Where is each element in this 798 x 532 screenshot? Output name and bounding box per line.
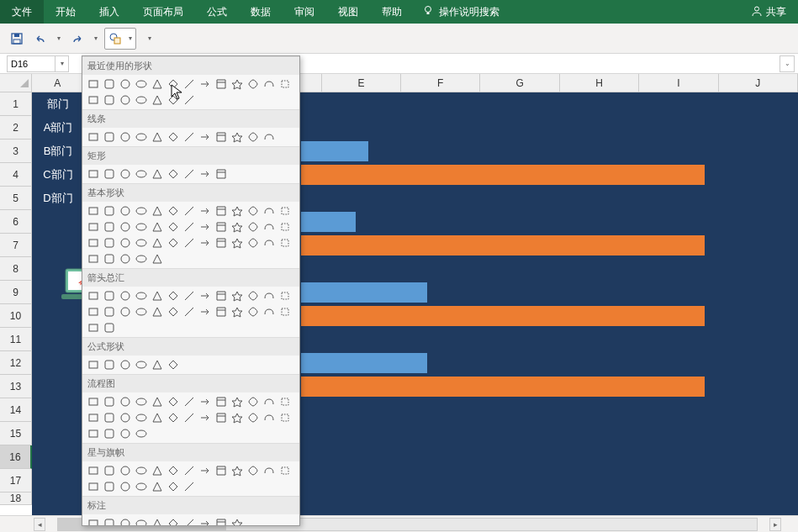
- shape-option[interactable]: [86, 203, 101, 219]
- shape-option[interactable]: [198, 129, 213, 145]
- row-header-17[interactable]: 17: [0, 469, 32, 492]
- row-header-14[interactable]: 14: [0, 398, 32, 422]
- shape-option[interactable]: [214, 129, 229, 145]
- share-button[interactable]: 共享: [739, 5, 798, 19]
- select-all-corner[interactable]: [0, 74, 32, 92]
- shape-option[interactable]: [182, 479, 197, 494]
- shape-option[interactable]: [230, 304, 245, 319]
- col-header-f[interactable]: F: [401, 74, 480, 92]
- shape-option[interactable]: [166, 516, 181, 526]
- row-header-9[interactable]: 9: [0, 281, 32, 304]
- shape-option[interactable]: [134, 516, 149, 526]
- shape-option[interactable]: [134, 203, 149, 219]
- shape-option[interactable]: [102, 479, 117, 494]
- shape-option[interactable]: [102, 129, 117, 145]
- tab-home[interactable]: 开始: [44, 0, 87, 24]
- shape-option[interactable]: [246, 410, 261, 425]
- shape-option[interactable]: [246, 394, 261, 409]
- shape-option[interactable]: [198, 76, 213, 92]
- shape-option[interactable]: [246, 219, 261, 234]
- tab-insert[interactable]: 插入: [87, 0, 131, 24]
- shape-option[interactable]: [86, 288, 101, 303]
- row-header-18[interactable]: 18: [0, 492, 32, 505]
- shape-option[interactable]: [166, 235, 181, 250]
- shape-option[interactable]: [86, 479, 101, 494]
- shape-option[interactable]: [230, 394, 245, 409]
- shape-option[interactable]: [118, 463, 133, 478]
- formula-bar-expand[interactable]: ⌄: [780, 55, 795, 72]
- qat-customize[interactable]: ▾: [145, 34, 155, 42]
- shape-option[interactable]: [166, 304, 181, 319]
- shape-option[interactable]: [118, 426, 133, 441]
- shape-option[interactable]: [277, 235, 293, 250]
- shape-option[interactable]: [182, 129, 197, 145]
- shape-option[interactable]: [182, 166, 197, 182]
- shape-option[interactable]: [118, 516, 133, 526]
- tab-view[interactable]: 视图: [326, 0, 370, 24]
- shape-option[interactable]: [198, 463, 213, 478]
- shape-option[interactable]: [277, 304, 293, 319]
- shape-option[interactable]: [118, 219, 133, 234]
- shape-option[interactable]: [86, 410, 101, 425]
- shape-option[interactable]: [102, 219, 117, 234]
- shape-option[interactable]: [102, 76, 117, 92]
- col-header-i[interactable]: I: [639, 74, 718, 92]
- shape-option[interactable]: [166, 203, 181, 219]
- shape-option[interactable]: [102, 235, 117, 250]
- shape-option[interactable]: [150, 357, 165, 372]
- shape-option[interactable]: [182, 394, 197, 409]
- shape-option[interactable]: [246, 288, 261, 303]
- shape-option[interactable]: [214, 203, 229, 219]
- shape-option[interactable]: [150, 203, 165, 219]
- shape-option[interactable]: [230, 203, 245, 219]
- row-header-7[interactable]: 7: [0, 234, 32, 257]
- redo-button[interactable]: [67, 29, 87, 49]
- shape-option[interactable]: [166, 288, 181, 303]
- shape-option[interactable]: [86, 394, 101, 409]
- shape-option[interactable]: [166, 479, 181, 494]
- shape-option[interactable]: [214, 76, 229, 92]
- shape-option[interactable]: [182, 203, 197, 219]
- shape-option[interactable]: [198, 219, 213, 234]
- shape-option[interactable]: [198, 516, 213, 526]
- shape-option[interactable]: [198, 394, 213, 409]
- shape-option[interactable]: [86, 219, 101, 234]
- shape-option[interactable]: [118, 235, 133, 250]
- shape-option[interactable]: [198, 410, 213, 425]
- shape-option[interactable]: [230, 219, 245, 234]
- scroll-left-button[interactable]: ◂: [34, 518, 45, 531]
- shape-option[interactable]: [166, 410, 181, 425]
- shape-option[interactable]: [134, 235, 149, 250]
- shape-option[interactable]: [214, 516, 229, 526]
- shape-option[interactable]: [214, 410, 229, 425]
- shape-option[interactable]: [134, 426, 149, 441]
- shape-option[interactable]: [134, 357, 149, 372]
- shape-option[interactable]: [134, 251, 149, 266]
- shape-option[interactable]: [182, 463, 197, 478]
- shape-option[interactable]: [230, 516, 245, 526]
- shape-option[interactable]: [198, 304, 213, 319]
- col-header-e[interactable]: E: [322, 74, 401, 92]
- shape-option[interactable]: [102, 304, 117, 319]
- shape-option[interactable]: [198, 288, 213, 303]
- shape-option[interactable]: [182, 288, 197, 303]
- shape-option[interactable]: [118, 304, 133, 319]
- shape-option[interactable]: [86, 320, 101, 335]
- shape-option[interactable]: [150, 394, 165, 409]
- shape-option[interactable]: [150, 410, 165, 425]
- shape-option[interactable]: [166, 357, 181, 372]
- scroll-right-button[interactable]: ▸: [769, 518, 781, 531]
- shape-option[interactable]: [102, 166, 117, 182]
- shape-option[interactable]: [118, 288, 133, 303]
- row-header-5[interactable]: 5: [0, 187, 32, 210]
- shape-option[interactable]: [134, 304, 149, 319]
- row-header-3[interactable]: 3: [0, 140, 32, 163]
- shape-option[interactable]: [166, 463, 181, 478]
- shape-option[interactable]: [134, 76, 149, 92]
- shape-option[interactable]: [166, 92, 181, 108]
- shape-option[interactable]: [230, 235, 245, 250]
- shape-option[interactable]: [102, 288, 117, 303]
- tab-formula[interactable]: 公式: [195, 0, 239, 24]
- shape-option[interactable]: [118, 410, 133, 425]
- shape-option[interactable]: [166, 129, 181, 145]
